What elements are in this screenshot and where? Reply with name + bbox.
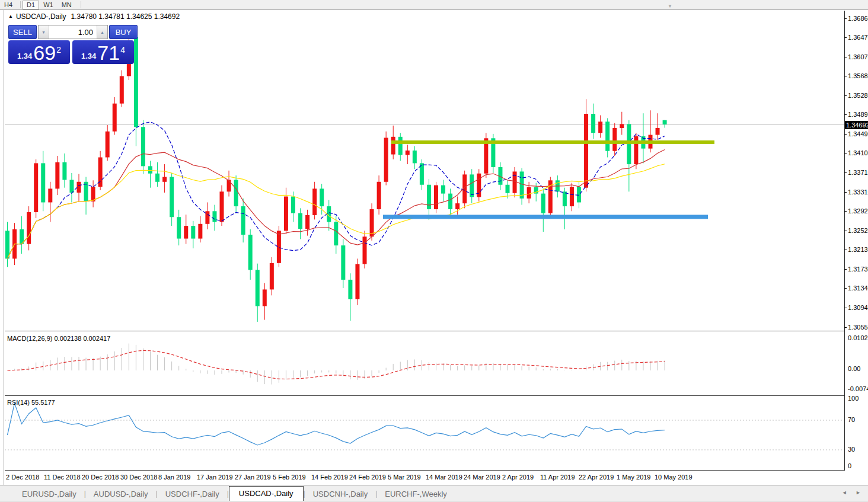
candle-body bbox=[577, 187, 581, 202]
candle-body bbox=[448, 194, 452, 209]
price-axis-tick bbox=[844, 172, 847, 173]
macd-signal-line bbox=[8, 350, 665, 379]
candle-body bbox=[55, 162, 59, 189]
rsi-indicator-canvas[interactable] bbox=[5, 397, 844, 469]
price-axis-label: 1.36070 bbox=[848, 53, 868, 60]
candle-body bbox=[305, 215, 309, 229]
candle-body bbox=[320, 188, 324, 206]
timeframe-button-mn[interactable]: MN bbox=[58, 1, 76, 9]
candle-body bbox=[341, 245, 345, 280]
candle-body bbox=[234, 180, 238, 206]
volume-input[interactable] bbox=[49, 25, 97, 39]
price-axis-tick bbox=[844, 37, 847, 38]
price-axis-tick bbox=[844, 250, 847, 250]
tab-audusd-daily[interactable]: AUDUSD-,Daily bbox=[86, 487, 156, 501]
pane-separator[interactable] bbox=[5, 331, 844, 331]
candle-body bbox=[191, 226, 195, 238]
candle-body bbox=[527, 187, 531, 199]
candle-body bbox=[48, 188, 52, 202]
buy-quote-box[interactable]: 1.34 71 4 bbox=[72, 40, 134, 64]
candle-body bbox=[663, 120, 667, 124]
price-axis-label: 1.33710 bbox=[848, 169, 868, 176]
timeframe-toolbar: H4D1W1MN bbox=[0, 0, 868, 10]
candle-body bbox=[506, 185, 510, 193]
candle-body bbox=[570, 187, 574, 206]
tab-usdcnh-daily[interactable]: USDCNH-,Daily bbox=[305, 487, 375, 501]
candle-body bbox=[27, 212, 31, 244]
tab-eurchf-weekly[interactable]: EURCHF-,Weekly bbox=[377, 487, 455, 501]
candle-body bbox=[627, 124, 631, 164]
chevron-down-icon[interactable]: ▼ bbox=[668, 4, 672, 9]
timeframe-button-w1[interactable]: W1 bbox=[39, 1, 58, 9]
sell-quote-box[interactable]: 1.34 69 2 bbox=[8, 40, 70, 64]
candle-body bbox=[406, 151, 410, 155]
candle-body bbox=[312, 188, 317, 215]
date-axis-label: 11 Apr 2019 bbox=[540, 474, 575, 481]
candle-body bbox=[170, 177, 174, 218]
price-axis-label: 1.33310 bbox=[848, 188, 868, 196]
candle-body bbox=[5, 231, 9, 258]
price-axis-tick bbox=[844, 211, 847, 212]
price-axis-label: 1.34100 bbox=[848, 149, 868, 156]
timeframe-button-d1[interactable]: D1 bbox=[23, 1, 39, 9]
date-axis-label: 5 Mar 2019 bbox=[388, 474, 421, 481]
candle-body bbox=[120, 76, 124, 103]
trading-terminal-window: H4D1W1MN ▼ ▲USDCAD-,Daily1.34780 1.34781… bbox=[0, 0, 868, 502]
price-axis-label: 1.31340 bbox=[848, 284, 868, 292]
candle-body bbox=[256, 270, 260, 306]
candle-body bbox=[84, 182, 88, 202]
price-axis-tick bbox=[844, 95, 847, 96]
price-axis-tick bbox=[844, 114, 847, 115]
date-axis-label: 14 Mar 2019 bbox=[426, 474, 462, 481]
resistance-hline bbox=[391, 140, 714, 144]
candle-body bbox=[227, 180, 231, 191]
candle-body bbox=[184, 226, 188, 238]
buy-price-main: 71 bbox=[97, 43, 120, 63]
toolbar-separator bbox=[20, 1, 21, 8]
price-axis-tick bbox=[844, 76, 847, 76]
candle-body bbox=[434, 186, 438, 209]
tab-usdchf-daily[interactable]: USDCHF-,Daily bbox=[158, 487, 227, 501]
tab-scroll-arrows[interactable]: ◄ ► bbox=[842, 490, 864, 495]
pane-separator[interactable] bbox=[5, 395, 844, 396]
volume-stepper: ▼ ▲ bbox=[38, 25, 108, 39]
candles-layer bbox=[5, 29, 667, 322]
buy-button[interactable]: BUY bbox=[109, 25, 138, 39]
macd-label: MACD(12,26,9) 0.002138 0.002417 bbox=[7, 335, 110, 342]
volume-increase-button[interactable]: ▲ bbox=[97, 25, 107, 39]
candle-body bbox=[656, 128, 660, 135]
candle-body bbox=[470, 174, 474, 197]
macd-axis-label: -0.007477 bbox=[848, 385, 868, 392]
candle-body bbox=[263, 289, 267, 306]
rsi-axis-label: 30 bbox=[848, 446, 855, 453]
candle-body bbox=[455, 203, 459, 209]
tab-eurusd-daily[interactable]: EURUSD-,Daily bbox=[14, 487, 84, 501]
date-axis-label: 24 Mar 2019 bbox=[464, 474, 500, 481]
price-axis-tick bbox=[844, 308, 847, 308]
date-axis-label: 30 Dec 2018 bbox=[120, 474, 157, 481]
rsi-axis-label: 70 bbox=[848, 416, 855, 423]
date-axis[interactable]: 2 Dec 201811 Dec 201820 Dec 201830 Dec 2… bbox=[5, 471, 844, 485]
candle-body bbox=[612, 128, 617, 151]
macd-indicator-canvas[interactable] bbox=[5, 332, 844, 395]
rsi-label: RSI(14) 55.5177 bbox=[7, 399, 55, 406]
rsi-line bbox=[8, 403, 665, 445]
macd-axis-label: 0.00 bbox=[848, 365, 868, 372]
volume-decrease-button[interactable]: ▼ bbox=[39, 25, 49, 39]
candle-body bbox=[598, 121, 602, 133]
price-axis-tick bbox=[844, 231, 847, 231]
toolbar-separator bbox=[81, 1, 81, 8]
tab-usdcad-daily[interactable]: USDCAD-,Daily bbox=[229, 486, 304, 501]
candle-body bbox=[198, 224, 202, 239]
date-axis-label: 14 Feb 2019 bbox=[311, 474, 348, 481]
candle-body bbox=[563, 191, 567, 206]
one-click-trade-panel: SELL ▼ ▲ BUY 1.34 69 2 1.34 71 4 bbox=[8, 25, 138, 64]
candle-body bbox=[605, 121, 609, 151]
sell-button[interactable]: SELL bbox=[8, 25, 37, 39]
date-axis-label: 24 Feb 2019 bbox=[349, 474, 386, 481]
candle-body bbox=[541, 194, 545, 213]
timeframe-button-h4[interactable]: H4 bbox=[0, 1, 17, 9]
price-axis-tick bbox=[844, 327, 847, 328]
candle-body bbox=[162, 177, 167, 182]
candle-body bbox=[441, 186, 445, 194]
